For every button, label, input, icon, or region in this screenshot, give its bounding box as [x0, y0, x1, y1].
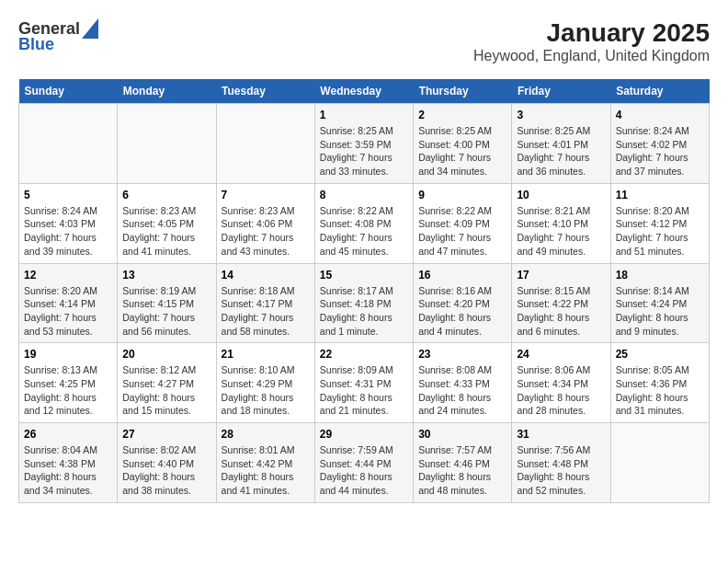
calendar-week-row: 12Sunrise: 8:20 AM Sunset: 4:14 PM Dayli… [19, 263, 710, 343]
logo: General Blue [18, 18, 98, 54]
day-details: Sunrise: 8:15 AM Sunset: 4:22 PM Dayligh… [517, 284, 605, 339]
day-details: Sunrise: 8:22 AM Sunset: 4:09 PM Dayligh… [418, 204, 506, 259]
day-details: Sunrise: 8:17 AM Sunset: 4:18 PM Dayligh… [320, 284, 408, 339]
calendar-cell: 1Sunrise: 8:25 AM Sunset: 3:59 PM Daylig… [314, 104, 413, 184]
day-details: Sunrise: 8:14 AM Sunset: 4:24 PM Dayligh… [616, 284, 704, 339]
calendar-cell: 14Sunrise: 8:18 AM Sunset: 4:17 PM Dayli… [216, 263, 314, 343]
day-number: 27 [122, 428, 210, 441]
calendar-cell: 29Sunrise: 7:59 AM Sunset: 4:44 PM Dayli… [314, 423, 413, 503]
calendar-cell: 13Sunrise: 8:19 AM Sunset: 4:15 PM Dayli… [118, 263, 216, 343]
day-header-friday: Friday [512, 79, 610, 104]
day-details: Sunrise: 8:04 AM Sunset: 4:38 PM Dayligh… [24, 443, 112, 498]
calendar-cell: 12Sunrise: 8:20 AM Sunset: 4:14 PM Dayli… [19, 263, 118, 343]
day-details: Sunrise: 7:56 AM Sunset: 4:48 PM Dayligh… [517, 443, 605, 498]
day-number: 7 [222, 189, 310, 201]
logo-text-blue: Blue [18, 35, 54, 54]
calendar-header-row: SundayMondayTuesdayWednesdayThursdayFrid… [19, 79, 710, 104]
day-number: 26 [24, 428, 112, 441]
day-number: 23 [418, 348, 506, 361]
day-number: 17 [517, 269, 605, 282]
day-number: 25 [616, 348, 704, 361]
day-number: 13 [122, 269, 210, 282]
logo-triangle-icon [82, 18, 98, 39]
day-number: 2 [418, 109, 506, 121]
day-details: Sunrise: 8:24 AM Sunset: 4:02 PM Dayligh… [616, 124, 704, 178]
day-number: 9 [418, 189, 506, 201]
day-header-thursday: Thursday [414, 79, 512, 104]
day-number: 18 [616, 269, 704, 282]
day-number: 31 [517, 428, 605, 441]
calendar-cell: 6Sunrise: 8:23 AM Sunset: 4:05 PM Daylig… [118, 183, 216, 263]
day-details: Sunrise: 8:13 AM Sunset: 4:25 PM Dayligh… [24, 363, 112, 418]
day-details: Sunrise: 8:12 AM Sunset: 4:27 PM Dayligh… [122, 363, 210, 418]
calendar-cell [19, 104, 118, 184]
calendar-cell [118, 104, 216, 184]
day-header-tuesday: Tuesday [216, 79, 314, 104]
day-number: 22 [320, 348, 408, 361]
calendar-cell [610, 423, 709, 503]
calendar-cell: 17Sunrise: 8:15 AM Sunset: 4:22 PM Dayli… [512, 263, 610, 343]
day-details: Sunrise: 8:25 AM Sunset: 4:00 PM Dayligh… [418, 124, 506, 178]
calendar-cell: 2Sunrise: 8:25 AM Sunset: 4:00 PM Daylig… [414, 104, 512, 184]
calendar-table: SundayMondayTuesdayWednesdayThursdayFrid… [18, 79, 710, 503]
day-details: Sunrise: 8:25 AM Sunset: 3:59 PM Dayligh… [320, 124, 408, 178]
calendar-cell: 31Sunrise: 7:56 AM Sunset: 4:48 PM Dayli… [512, 423, 610, 503]
calendar-title: January 2025 [473, 18, 710, 48]
day-details: Sunrise: 8:16 AM Sunset: 4:20 PM Dayligh… [418, 284, 506, 339]
day-details: Sunrise: 8:20 AM Sunset: 4:12 PM Dayligh… [616, 204, 704, 259]
day-details: Sunrise: 8:08 AM Sunset: 4:33 PM Dayligh… [418, 363, 506, 418]
day-details: Sunrise: 8:05 AM Sunset: 4:36 PM Dayligh… [616, 363, 704, 418]
calendar-week-row: 5Sunrise: 8:24 AM Sunset: 4:03 PM Daylig… [19, 183, 710, 263]
day-number: 6 [122, 189, 210, 201]
day-header-wednesday: Wednesday [314, 79, 413, 104]
svg-marker-0 [82, 18, 98, 39]
calendar-cell: 11Sunrise: 8:20 AM Sunset: 4:12 PM Dayli… [610, 183, 709, 263]
page-header: General Blue January 2025 Heywood, Engla… [18, 18, 710, 64]
day-header-saturday: Saturday [610, 79, 709, 104]
day-details: Sunrise: 8:25 AM Sunset: 4:01 PM Dayligh… [517, 124, 605, 178]
day-number: 24 [517, 348, 605, 361]
day-details: Sunrise: 8:23 AM Sunset: 4:05 PM Dayligh… [122, 204, 210, 259]
day-number: 28 [222, 428, 310, 441]
day-details: Sunrise: 8:18 AM Sunset: 4:17 PM Dayligh… [222, 284, 310, 339]
day-details: Sunrise: 8:19 AM Sunset: 4:15 PM Dayligh… [122, 284, 210, 339]
calendar-cell: 24Sunrise: 8:06 AM Sunset: 4:34 PM Dayli… [512, 343, 610, 423]
day-number: 3 [517, 109, 605, 121]
day-details: Sunrise: 8:09 AM Sunset: 4:31 PM Dayligh… [320, 363, 408, 418]
day-number: 10 [517, 189, 605, 201]
day-number: 20 [122, 348, 210, 361]
day-details: Sunrise: 7:57 AM Sunset: 4:46 PM Dayligh… [418, 443, 506, 498]
calendar-cell: 4Sunrise: 8:24 AM Sunset: 4:02 PM Daylig… [610, 104, 709, 184]
day-details: Sunrise: 8:20 AM Sunset: 4:14 PM Dayligh… [24, 284, 112, 339]
calendar-week-row: 19Sunrise: 8:13 AM Sunset: 4:25 PM Dayli… [19, 343, 710, 423]
calendar-cell: 30Sunrise: 7:57 AM Sunset: 4:46 PM Dayli… [414, 423, 512, 503]
day-details: Sunrise: 8:22 AM Sunset: 4:08 PM Dayligh… [320, 204, 408, 259]
day-number: 12 [24, 269, 112, 282]
calendar-subtitle: Heywood, England, United Kingdom [473, 48, 710, 64]
day-header-monday: Monday [118, 79, 216, 104]
calendar-cell: 21Sunrise: 8:10 AM Sunset: 4:29 PM Dayli… [216, 343, 314, 423]
day-number: 4 [616, 109, 704, 121]
day-number: 30 [418, 428, 506, 441]
calendar-cell: 20Sunrise: 8:12 AM Sunset: 4:27 PM Dayli… [118, 343, 216, 423]
day-details: Sunrise: 8:24 AM Sunset: 4:03 PM Dayligh… [24, 204, 112, 259]
day-details: Sunrise: 8:02 AM Sunset: 4:40 PM Dayligh… [122, 443, 210, 498]
calendar-cell: 10Sunrise: 8:21 AM Sunset: 4:10 PM Dayli… [512, 183, 610, 263]
day-details: Sunrise: 8:10 AM Sunset: 4:29 PM Dayligh… [222, 363, 310, 418]
calendar-cell: 18Sunrise: 8:14 AM Sunset: 4:24 PM Dayli… [610, 263, 709, 343]
day-number: 21 [222, 348, 310, 361]
calendar-cell [216, 104, 314, 184]
calendar-body: 1Sunrise: 8:25 AM Sunset: 3:59 PM Daylig… [19, 104, 710, 503]
day-number: 29 [320, 428, 408, 441]
day-number: 19 [24, 348, 112, 361]
calendar-cell: 5Sunrise: 8:24 AM Sunset: 4:03 PM Daylig… [19, 183, 118, 263]
calendar-cell: 25Sunrise: 8:05 AM Sunset: 4:36 PM Dayli… [610, 343, 709, 423]
day-details: Sunrise: 8:06 AM Sunset: 4:34 PM Dayligh… [517, 363, 605, 418]
calendar-cell: 3Sunrise: 8:25 AM Sunset: 4:01 PM Daylig… [512, 104, 610, 184]
calendar-cell: 9Sunrise: 8:22 AM Sunset: 4:09 PM Daylig… [414, 183, 512, 263]
calendar-cell: 27Sunrise: 8:02 AM Sunset: 4:40 PM Dayli… [118, 423, 216, 503]
day-number: 15 [320, 269, 408, 282]
calendar-cell: 26Sunrise: 8:04 AM Sunset: 4:38 PM Dayli… [19, 423, 118, 503]
day-details: Sunrise: 7:59 AM Sunset: 4:44 PM Dayligh… [320, 443, 408, 498]
calendar-cell: 22Sunrise: 8:09 AM Sunset: 4:31 PM Dayli… [314, 343, 413, 423]
